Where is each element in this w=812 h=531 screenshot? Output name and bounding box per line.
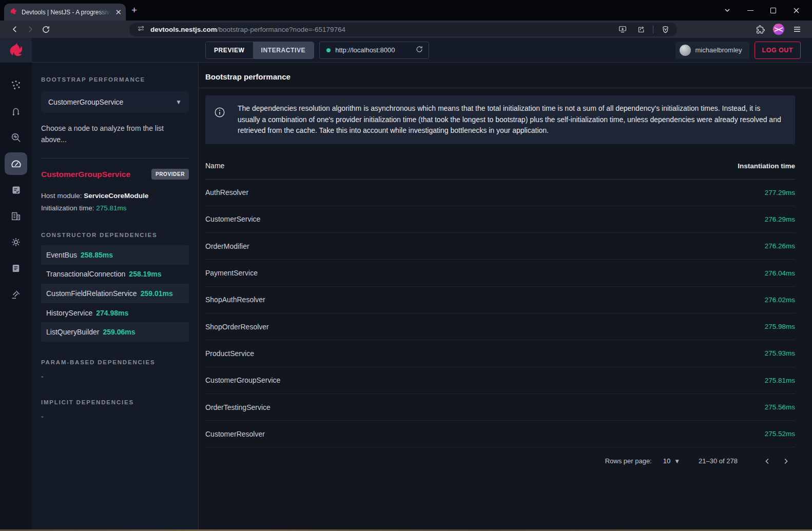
minimize-button[interactable] <box>739 0 762 21</box>
constructor-deps-list: EventBus 258.85ms TransactionalConnectio… <box>41 245 189 342</box>
forward-icon[interactable] <box>23 22 38 36</box>
nav-routes-icon[interactable] <box>5 100 27 123</box>
row-name: OrderTestingService <box>205 403 270 411</box>
nav-docs-icon[interactable] <box>5 257 27 280</box>
site-settings-icon[interactable] <box>137 24 145 35</box>
analysis-panel: BOOTSTRAP PERFORMANCE CustomerGroupServi… <box>32 63 199 531</box>
rows-per-page-value: 10 <box>663 457 670 465</box>
dep-time: 259.01ms <box>141 289 173 298</box>
dep-item[interactable]: HistoryService 274.98ms <box>41 303 189 323</box>
table-row[interactable]: AuthResolver 277.29ms <box>205 180 795 206</box>
host-module-value: ServiceCoreModule <box>84 192 148 200</box>
init-time-value: 275.81ms <box>96 204 126 212</box>
node-details: Host module: ServiceCoreModule Initializ… <box>41 190 189 214</box>
tab-close-icon[interactable]: ✕ <box>115 8 122 16</box>
dep-time: 258.85ms <box>81 251 113 259</box>
chevron-down-icon: ▼ <box>176 99 182 106</box>
selected-node-name: CustomerGroupService <box>41 170 130 179</box>
previous-page-button[interactable] <box>758 452 777 470</box>
table-row[interactable]: ProductService 275.93ms <box>205 340 795 367</box>
nav-modules-icon[interactable] <box>5 205 27 227</box>
table-row[interactable]: CustomerResolver 275.52ms <box>205 421 795 447</box>
user-chip[interactable]: michaelbromley <box>675 42 749 59</box>
panel-divider <box>41 158 189 159</box>
performance-table: AuthResolver 277.29ms CustomerService 27… <box>205 180 795 448</box>
nav-performance-icon[interactable] <box>5 152 27 175</box>
menu-icon[interactable] <box>789 22 805 36</box>
maximize-button[interactable] <box>762 0 785 21</box>
row-name: CustomerResolver <box>205 430 265 438</box>
dep-item[interactable]: ListQueryBuilder 259.06ms <box>41 322 189 342</box>
close-button[interactable] <box>785 0 808 21</box>
nav-issues-icon[interactable] <box>5 283 27 306</box>
logout-button[interactable]: LOG OUT <box>755 42 801 59</box>
dep-time: 259.06ms <box>103 328 136 336</box>
refresh-target-icon[interactable] <box>415 45 423 55</box>
next-page-button[interactable] <box>777 452 795 470</box>
table-row[interactable]: CustomerGroupService 275.81ms <box>205 367 795 394</box>
nav-audits-icon[interactable] <box>5 179 27 201</box>
extensions-icon[interactable] <box>752 22 768 36</box>
table-header: Name Instantiation time <box>205 153 795 180</box>
rows-per-page-label: Rows per page: <box>605 457 652 465</box>
implicit-deps-title: IMPLICIT DEPENDENCIES <box>41 399 189 405</box>
panel-title: BOOTSTRAP PERFORMANCE <box>41 76 189 83</box>
row-time: 275.52ms <box>765 430 795 438</box>
dep-time: 274.98ms <box>96 309 128 317</box>
preview-tab[interactable]: PREVIEW <box>206 42 253 58</box>
dep-name: ListQueryBuilder <box>46 328 100 336</box>
node-select-value: CustomerGroupService <box>48 98 123 106</box>
table-row[interactable]: CustomerService 276.29ms <box>205 206 795 233</box>
chevron-down-icon: ▼ <box>674 458 680 465</box>
interactive-tab[interactable]: INTERACTIVE <box>253 42 314 58</box>
table-row[interactable]: OrderTestingService 275.56ms <box>205 394 795 421</box>
profile-avatar[interactable] <box>771 22 786 36</box>
reload-icon[interactable] <box>38 22 53 36</box>
dep-item[interactable]: TransactionalConnection 258.19ms <box>41 265 189 284</box>
nav-insights-icon[interactable] <box>5 126 27 149</box>
table-row[interactable]: OrderModifier 276.26ms <box>205 233 795 260</box>
username: michaelbromley <box>695 46 742 54</box>
nestjs-favicon-icon <box>9 7 17 17</box>
url-path: /bootstrap-performance?node=-65179764 <box>217 26 345 33</box>
title-divider <box>199 88 812 88</box>
dep-item[interactable]: CustomFieldRelationService 259.01ms <box>41 284 189 303</box>
column-instantiation-time: Instantiation time <box>738 162 795 170</box>
brave-shields-icon[interactable] <box>659 23 672 35</box>
browser-tab[interactable]: Devtools | NestJS - A progressive ✕ <box>4 4 126 21</box>
row-time: 276.29ms <box>765 215 795 223</box>
nav-graph-icon[interactable] <box>5 74 27 96</box>
new-tab-button[interactable]: + <box>131 5 137 15</box>
table-row[interactable]: ShopOrderResolver 275.98ms <box>205 313 795 340</box>
dep-name: CustomFieldRelationService <box>46 289 137 298</box>
share-icon[interactable] <box>634 23 648 35</box>
column-name: Name <box>205 162 224 170</box>
info-box: The dependencies resolution algorithm is… <box>205 95 795 144</box>
table-row[interactable]: PaymentService 276.04ms <box>205 260 795 286</box>
node-select[interactable]: CustomerGroupService ▼ <box>41 91 189 113</box>
row-time: 276.26ms <box>765 242 795 250</box>
connection-status-dot <box>326 48 331 52</box>
address-bar[interactable]: devtools.nestjs.com/bootstrap-performanc… <box>129 23 677 36</box>
browser-window: Devtools | NestJS - A progressive ✕ + <box>0 0 812 531</box>
rows-per-page-select[interactable]: 10 ▼ <box>663 457 680 465</box>
target-url-box[interactable]: http://localhost:8000 <box>319 42 429 59</box>
page-title: Bootstrap performance <box>205 63 795 81</box>
nav-settings-icon[interactable] <box>5 231 27 253</box>
dep-item[interactable]: EventBus 258.85ms <box>41 245 189 265</box>
url-host: devtools.nestjs.com <box>150 26 217 33</box>
row-time: 277.29ms <box>765 189 795 196</box>
main-content: Bootstrap performance The dependencies r… <box>199 63 812 531</box>
param-deps-empty: - <box>41 372 189 381</box>
provider-badge: PROVIDER <box>151 169 189 180</box>
install-app-icon[interactable] <box>616 23 629 35</box>
back-icon[interactable] <box>7 22 23 36</box>
pagination: Rows per page: 10 ▼ 21–30 of 278 <box>205 447 795 475</box>
table-row[interactable]: ShopAuthResolver 276.02ms <box>205 287 795 313</box>
target-url: http://localhost:8000 <box>335 46 411 54</box>
row-name: PaymentService <box>205 269 258 277</box>
row-name: AuthResolver <box>205 188 248 196</box>
tab-search-icon[interactable] <box>716 0 739 21</box>
dep-name: EventBus <box>46 251 77 259</box>
node-select-hint: Choose a node to analyze from the list a… <box>41 123 175 145</box>
